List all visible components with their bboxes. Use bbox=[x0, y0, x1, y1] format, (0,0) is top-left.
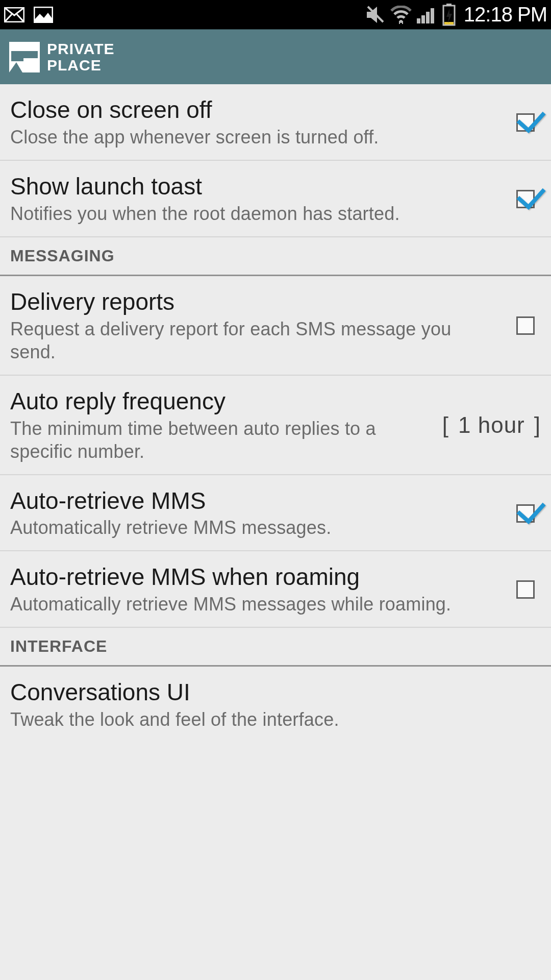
svg-rect-7 bbox=[431, 8, 434, 23]
checkbox-auto-retrieve-mms-roaming[interactable] bbox=[516, 580, 535, 599]
app-title-line2: PLACE bbox=[47, 57, 115, 74]
status-left bbox=[4, 7, 53, 23]
checkbox-show-launch-toast[interactable] bbox=[516, 190, 535, 208]
setting-title: Show launch toast bbox=[10, 173, 500, 200]
setting-desc: Tweak the look and feel of the interface… bbox=[10, 708, 531, 731]
app-title: PRIVATE PLACE bbox=[47, 41, 115, 73]
setting-auto-retrieve-mms-roaming[interactable]: Auto-retrieve MMS when roaming Automatic… bbox=[0, 551, 551, 628]
setting-desc: Close the app whenever screen is turned … bbox=[10, 126, 500, 149]
setting-text: Delivery reports Request a delivery repo… bbox=[10, 288, 510, 363]
setting-text: Conversations UI Tweak the look and feel… bbox=[10, 679, 541, 731]
auto-reply-frequency-text: 1 hour bbox=[449, 412, 534, 437]
setting-title: Close on screen off bbox=[10, 96, 500, 124]
setting-auto-reply-frequency[interactable]: Auto reply frequency The minimum time be… bbox=[0, 376, 551, 475]
setting-text: Auto-retrieve MMS Automatically retrieve… bbox=[10, 487, 510, 540]
setting-title: Delivery reports bbox=[10, 288, 500, 315]
svg-rect-13 bbox=[11, 57, 23, 61]
app-title-line1: PRIVATE bbox=[47, 41, 115, 57]
setting-desc: Notifies you when the root daemon has st… bbox=[10, 202, 500, 225]
setting-control bbox=[510, 580, 541, 599]
checkbox-auto-retrieve-mms[interactable] bbox=[516, 504, 535, 523]
setting-text: Close on screen off Close the app whenev… bbox=[10, 96, 510, 149]
signal-icon bbox=[417, 6, 437, 23]
checkbox-close-on-screen-off[interactable] bbox=[516, 113, 535, 132]
svg-rect-9 bbox=[446, 4, 452, 6]
setting-text: Show launch toast Notifies you when the … bbox=[10, 173, 510, 225]
setting-title: Conversations UI bbox=[10, 679, 531, 706]
setting-control bbox=[510, 504, 541, 523]
settings-list: Close on screen off Close the app whenev… bbox=[0, 84, 551, 742]
mute-icon bbox=[365, 6, 385, 24]
bracket-right: ] bbox=[534, 412, 541, 437]
setting-title: Auto-retrieve MMS bbox=[10, 487, 500, 514]
setting-delivery-reports[interactable]: Delivery reports Request a delivery repo… bbox=[0, 276, 551, 376]
svg-rect-12 bbox=[11, 51, 38, 58]
bracket-left: [ bbox=[442, 412, 449, 437]
setting-desc: Automatically retrieve MMS messages whil… bbox=[10, 593, 500, 616]
setting-show-launch-toast[interactable]: Show launch toast Notifies you when the … bbox=[0, 161, 551, 237]
setting-control bbox=[510, 113, 541, 132]
svg-rect-10 bbox=[444, 22, 454, 24]
app-logo-icon bbox=[9, 42, 40, 72]
status-bar: 12:18 PM bbox=[0, 0, 551, 29]
setting-desc: Request a delivery report for each SMS m… bbox=[10, 317, 500, 363]
battery-charging-icon bbox=[442, 4, 456, 26]
auto-reply-frequency-value[interactable]: [1 hour] bbox=[442, 412, 541, 438]
setting-conversations-ui[interactable]: Conversations UI Tweak the look and feel… bbox=[0, 667, 551, 742]
setting-desc: Automatically retrieve MMS messages. bbox=[10, 516, 500, 539]
wifi-icon bbox=[390, 6, 412, 24]
section-header-messaging: MESSAGING bbox=[0, 237, 551, 276]
status-right: 12:18 PM bbox=[365, 3, 547, 26]
section-header-interface: INTERFACE bbox=[0, 628, 551, 667]
setting-auto-retrieve-mms[interactable]: Auto-retrieve MMS Automatically retrieve… bbox=[0, 475, 551, 552]
svg-rect-4 bbox=[417, 18, 420, 23]
setting-desc: The minimum time between auto replies to… bbox=[10, 417, 432, 463]
setting-title: Auto reply frequency bbox=[10, 388, 432, 415]
checkbox-delivery-reports[interactable] bbox=[516, 316, 535, 335]
setting-text: Auto-retrieve MMS when roaming Automatic… bbox=[10, 564, 510, 616]
mail-icon bbox=[4, 7, 24, 22]
app-header: PRIVATE PLACE bbox=[0, 29, 551, 84]
setting-control bbox=[510, 190, 541, 208]
setting-close-on-screen-off[interactable]: Close on screen off Close the app whenev… bbox=[0, 84, 551, 161]
svg-rect-6 bbox=[426, 12, 430, 23]
setting-text: Auto reply frequency The minimum time be… bbox=[10, 388, 442, 463]
setting-control bbox=[510, 316, 541, 335]
status-clock: 12:18 PM bbox=[461, 3, 547, 26]
setting-title: Auto-retrieve MMS when roaming bbox=[10, 564, 500, 591]
svg-rect-5 bbox=[421, 15, 425, 23]
setting-control: [1 hour] bbox=[442, 412, 541, 438]
image-icon bbox=[34, 7, 53, 23]
